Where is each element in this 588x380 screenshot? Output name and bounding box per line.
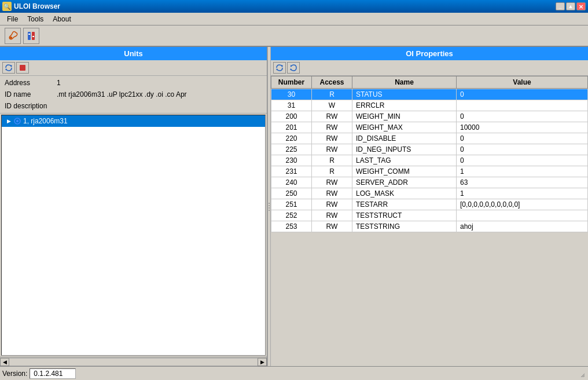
units-tree[interactable]: ▶ 1, rja2006m31	[1, 115, 266, 356]
oi-forward-button[interactable]	[287, 62, 300, 74]
id-name-label: ID name	[5, 90, 57, 98]
table-row[interactable]: 30RSTATUS0	[271, 89, 588, 100]
oi-table-scroll[interactable]: 30RSTATUS031WERRCLR200RWWEIGHT_MIN0201RW…	[271, 89, 588, 366]
cell-value: 0	[457, 133, 588, 144]
cell-access: RW	[312, 221, 352, 232]
status-bar: Version: 0.1.2.481	[0, 366, 588, 380]
id-name-row: ID name .mt rja2006m31 .uP lpc21xx .dy .…	[0, 89, 267, 100]
main-content: Units Address 1 ID n	[0, 46, 588, 366]
col-header-access: Access	[312, 76, 352, 89]
units-refresh-button[interactable]	[2, 62, 15, 74]
cell-access: W	[312, 100, 352, 111]
table-row[interactable]: 31WERRCLR	[271, 100, 588, 111]
table-row[interactable]: 200RWWEIGHT_MIN0	[271, 111, 588, 122]
menu-file[interactable]: File	[2, 14, 23, 24]
cell-name: ID_NEG_INPUTS	[352, 144, 457, 155]
back-icon	[275, 64, 284, 72]
cell-access: RW	[312, 133, 352, 144]
oi-table-rows: 30RSTATUS031WERRCLR200RWWEIGHT_MIN0201RW…	[271, 89, 588, 232]
tree-item-label: 1, rja2006m31	[23, 117, 68, 125]
main-toolbar	[0, 25, 588, 46]
minimize-button[interactable]	[556, 2, 565, 10]
minimize-icon	[558, 3, 561, 9]
col-header-name: Name	[352, 76, 457, 89]
cell-number: 31	[271, 100, 312, 111]
list-item[interactable]: ▶ 1, rja2006m31	[2, 115, 265, 127]
address-label: Address	[5, 79, 57, 87]
cell-name: SERVER_ADDR	[352, 177, 457, 188]
oi-panel-title: OI Properties	[271, 47, 588, 60]
address-value: 1	[57, 79, 262, 87]
oi-table-header: Number Access Name Value	[271, 76, 588, 89]
cell-value: 0	[457, 155, 588, 166]
table-row[interactable]: 225RWID_NEG_INPUTS0	[271, 144, 588, 155]
table-row[interactable]: 251RWTESTARR[0,0,0,0,0,0,0,0,0,0]	[271, 199, 588, 210]
cell-value	[457, 100, 588, 111]
grip-icon	[579, 371, 586, 378]
id-name-value: .mt rja2006m31 .uP lpc21xx .dy .oi .co A…	[57, 90, 262, 98]
oi-toolbar	[271, 60, 588, 76]
cell-value: 0	[457, 89, 588, 100]
cell-number: 253	[271, 221, 312, 232]
window-title: ULOI Browser	[14, 2, 60, 10]
table-row[interactable]: 252RWTESTSTRUCT	[271, 210, 588, 221]
cell-name: LAST_TAG	[352, 155, 457, 166]
units-stop-button[interactable]	[16, 62, 29, 74]
app-icon: 🔍	[2, 2, 12, 11]
cell-name: ERRCLR	[352, 100, 457, 111]
cell-number: 252	[271, 210, 312, 221]
close-icon	[579, 2, 583, 11]
close-button[interactable]	[576, 2, 586, 10]
cell-name: TESTSTRUCT	[352, 210, 457, 221]
units-toolbar	[0, 60, 267, 76]
units-panel: Units Address 1 ID n	[0, 47, 267, 366]
cell-access: RW	[312, 188, 352, 199]
cell-value: [0,0,0,0,0,0,0,0,0,0]	[457, 199, 588, 210]
cell-number: 225	[271, 144, 312, 155]
cell-number: 30	[271, 89, 312, 100]
cell-value: 10000	[457, 122, 588, 133]
wrench-button[interactable]	[5, 28, 21, 44]
svg-rect-3	[28, 34, 30, 35]
stop-icon	[19, 64, 27, 72]
units-hscrollbar[interactable]: ◀ ▶	[0, 357, 267, 366]
table-row[interactable]: 253RWTESTSTRINGahoj	[271, 221, 588, 232]
scroll-track[interactable]	[9, 358, 258, 366]
resize-grip[interactable]	[576, 369, 586, 378]
config-icon	[26, 31, 36, 41]
table-row[interactable]: 250RWLOG_MASK1	[271, 188, 588, 199]
table-row[interactable]: 201RWWEIGHT_MAX10000	[271, 122, 588, 133]
col-header-number: Number	[271, 76, 312, 89]
table-row[interactable]: 230RLAST_TAG0	[271, 155, 588, 166]
cell-name: WEIGHT_COMM	[352, 166, 457, 177]
cell-access: R	[312, 89, 352, 100]
cell-value: 1	[457, 188, 588, 199]
cell-value: ahoj	[457, 221, 588, 232]
menu-tools[interactable]: Tools	[23, 14, 48, 24]
cell-number: 200	[271, 111, 312, 122]
tree-expander[interactable]: ▶	[4, 116, 13, 126]
cell-number: 240	[271, 177, 312, 188]
cell-access: RW	[312, 199, 352, 210]
cell-name: LOG_MASK	[352, 188, 457, 199]
svg-point-0	[10, 36, 12, 39]
title-bar: 🔍 ULOI Browser ▲	[0, 0, 588, 13]
maximize-button[interactable]: ▲	[566, 2, 575, 10]
cell-number: 250	[271, 188, 312, 199]
cell-name: STATUS	[352, 89, 457, 100]
scroll-right-button[interactable]: ▶	[258, 358, 267, 366]
menu-about[interactable]: About	[48, 14, 75, 24]
oi-table: Number Access Name Value	[271, 76, 588, 89]
svg-rect-6	[20, 65, 25, 71]
cell-value	[457, 210, 588, 221]
cell-number: 230	[271, 155, 312, 166]
table-row[interactable]: 240RWSERVER_ADDR63	[271, 177, 588, 188]
cell-value: 0	[457, 111, 588, 122]
table-row[interactable]: 220RWID_DISABLE0	[271, 133, 588, 144]
oi-back-button[interactable]	[273, 62, 286, 74]
cell-access: RW	[312, 111, 352, 122]
cell-name: ID_DISABLE	[352, 133, 457, 144]
table-row[interactable]: 231RWEIGHT_COMM1	[271, 166, 588, 177]
config-button[interactable]	[23, 28, 39, 44]
scroll-left-button[interactable]: ◀	[0, 358, 9, 366]
